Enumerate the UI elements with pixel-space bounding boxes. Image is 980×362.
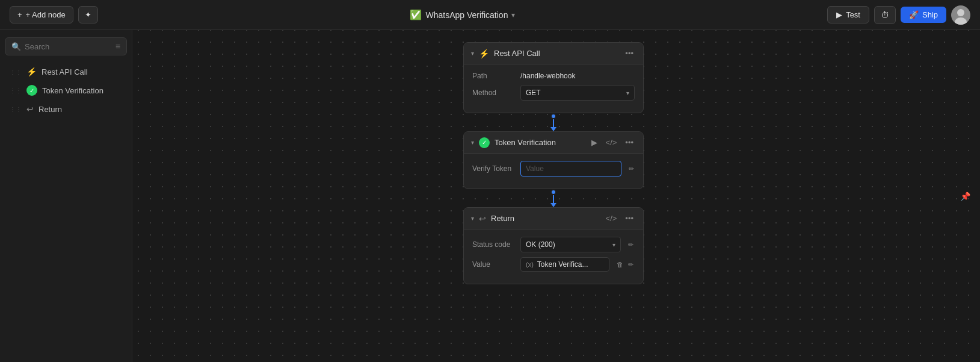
status-code-select[interactable]: OK (200) ▾ [520,237,621,252]
sidebar-item-rest-api-call[interactable]: ⋮⋮ ⚡ Rest API Call [5,63,127,81]
magic-button[interactable]: ✦ [78,6,98,23]
return-body: Status code OK (200) ▾ ✏ Value (x) Token… [464,229,643,284]
collapse-chevron-icon[interactable]: ▾ [471,215,474,222]
search-box: 🔍 ≡ [5,37,127,55]
rest-api-call-header: ▾ ⚡ Rest API Call ••• [464,43,643,64]
chip-tag: (x) [526,261,534,268]
topbar-left: + + Add node ✦ [10,6,98,23]
connector-arrow [550,127,556,131]
method-chevron-icon: ▾ [626,90,629,96]
history-button[interactable]: ⏱ [874,6,896,24]
method-label: Method [472,89,514,97]
history-icon: ⏱ [881,10,889,20]
avatar[interactable] [951,5,970,25]
value-chip: (x) Token Verifica... [520,257,609,272]
topbar-right: ▶ Test ⏱ 🚀 Ship [827,5,970,25]
whatsapp-icon: ✓ [26,85,37,96]
value-delete-button[interactable]: 🗑 [615,260,624,270]
magic-icon: ✦ [85,10,91,19]
verify-token-input[interactable] [520,161,621,176]
return-title: Return [491,214,599,223]
ship-label: Ship [922,10,938,19]
svg-point-1 [957,9,964,16]
search-icon: 🔍 [11,42,21,51]
token-verification-title: Token Verification [495,138,584,147]
node-header-actions: ▶ </> ••• [589,137,636,148]
code-btn[interactable]: </> [603,137,620,148]
test-button[interactable]: ▶ Test [827,6,869,23]
rest-api-call-body: Path /handle-webhook Method GET ▾ [464,64,643,113]
lightning-icon: ⚡ [26,67,37,76]
sidebar-item-label: Token Verification [42,86,103,95]
connector-line [553,119,554,127]
return-node: ▾ ↩ Return </> ••• Status code OK (200) … [463,207,644,284]
node-more-button[interactable]: ••• [623,213,636,224]
topbar: + + Add node ✦ ✅ WhatsApp Verification ▾… [0,0,980,30]
chip-actions: 🗑 ✏ [615,260,635,270]
drag-handle-icon: ⋮⋮ [10,87,22,94]
method-field: Method GET ▾ [472,85,635,101]
node-header-actions: ••• [623,48,636,59]
sidebar-item-token-verification[interactable]: ⋮⋮ ✓ Token Verification [5,81,127,100]
path-field: Path /handle-webhook [472,72,635,80]
collapse-chevron-icon[interactable]: ▾ [471,139,474,146]
status-code-label: Status code [472,240,514,249]
status-code-edit-button[interactable]: ✏ [627,240,635,250]
whatsapp-node-icon: ✓ [479,137,490,148]
title-icon: ✅ [410,9,422,20]
plus-icon: + [17,10,22,19]
add-node-label: + Add node [26,10,66,19]
sidebar-item-label: Return [39,105,62,114]
drag-handle-icon: ⋮⋮ [10,69,22,75]
token-verification-node: ▾ ✓ Token Verification ▶ </> ••• Verify … [463,131,644,189]
lightning-node-icon: ⚡ [479,49,489,58]
rocket-icon: 🚀 [909,10,919,19]
verify-token-field: Verify Token ✏ [472,161,635,176]
token-verification-body: Verify Token ✏ [464,154,643,189]
node-header-actions: </> ••• [603,213,636,224]
main-layout: 🔍 ≡ ⋮⋮ ⚡ Rest API Call ⋮⋮ ✓ Token Verifi… [0,30,980,362]
nodes-container: ▾ ⚡ Rest API Call ••• Path /handle-webho… [463,42,644,284]
collapse-chevron-icon[interactable]: ▾ [471,50,474,57]
dropdown-chevron-icon[interactable]: ▾ [511,11,515,19]
return-icon: ↩ [26,104,34,114]
code-btn[interactable]: </> [603,213,620,224]
verify-token-edit-button[interactable]: ✏ [627,164,635,174]
value-label: Value [472,260,514,269]
topbar-center: ✅ WhatsApp Verification ▾ [410,9,515,20]
drag-handle-icon: ⋮⋮ [10,106,22,113]
node-more-button[interactable]: ••• [623,48,636,59]
run-btn[interactable]: ▶ [589,137,600,148]
add-node-button[interactable]: + + Add node [10,6,73,23]
play-icon: ▶ [836,10,842,19]
status-code-value: OK (200) [526,240,555,249]
canvas: 📌 ▾ ⚡ Rest API Call ••• Path /handle-web… [132,30,980,362]
status-code-field: Status code OK (200) ▾ ✏ [472,237,635,252]
verify-token-label: Verify Token [472,164,514,173]
status-chevron-icon: ▾ [612,242,615,248]
value-edit-button[interactable]: ✏ [627,260,635,270]
return-header: ▾ ↩ Return </> ••• [464,208,643,229]
search-input[interactable] [25,42,112,51]
sidebar-item-return[interactable]: ⋮⋮ ↩ Return [5,100,127,118]
sidebar-menu-icon[interactable]: ≡ [116,42,120,51]
rest-api-call-node: ▾ ⚡ Rest API Call ••• Path /handle-webho… [463,42,644,113]
connector-2 [550,189,556,207]
ship-button[interactable]: 🚀 Ship [901,7,946,23]
node-more-button[interactable]: ••• [623,137,636,148]
connector-dot [550,189,556,195]
connector-1 [550,113,556,131]
sidebar: 🔍 ≡ ⋮⋮ ⚡ Rest API Call ⋮⋮ ✓ Token Verifi… [0,30,132,362]
value-field: Value (x) Token Verifica... 🗑 ✏ [472,257,635,272]
path-value: /handle-webhook [520,72,635,80]
rest-api-call-title: Rest API Call [494,49,618,58]
test-label: Test [846,10,860,19]
chip-text: Token Verifica... [537,260,588,269]
method-select[interactable]: GET ▾ [520,85,635,101]
return-node-icon: ↩ [479,214,486,223]
right-pin-icon: 📌 [960,192,970,201]
sidebar-item-label: Rest API Call [42,67,88,76]
token-verification-header: ▾ ✓ Token Verification ▶ </> ••• [464,132,643,154]
method-value: GET [526,89,541,97]
path-label: Path [472,72,514,80]
